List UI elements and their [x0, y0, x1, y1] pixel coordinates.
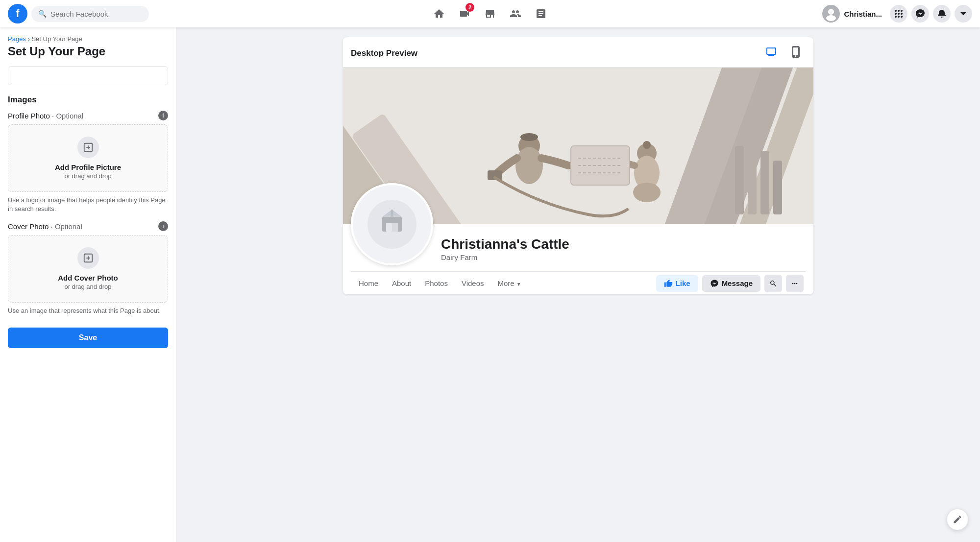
preview-card: Desktop Preview: [343, 37, 813, 294]
cover-photo-btn-label: Add Cover Photo: [16, 274, 160, 282]
apps-menu-btn[interactable]: [890, 5, 907, 23]
video-badge: 2: [466, 3, 474, 12]
message-btn-label: Message: [722, 279, 753, 287]
search-page-btn[interactable]: [764, 275, 782, 292]
profile-photo-drag-label: or drag and drop: [16, 172, 160, 180]
svg-point-3: [895, 10, 897, 12]
page-info-section: Christianna's Cattle Dairy Farm Home Abo…: [343, 224, 813, 294]
more-options-btn[interactable]: [786, 275, 804, 292]
sidebar: Pages › Set Up Your Page Set Up Your Pag…: [0, 27, 176, 542]
search-bar[interactable]: 🔍: [31, 6, 149, 22]
page-name-text: Christianna's Cattle: [441, 236, 806, 252]
profile-photo-info-icon[interactable]: i: [158, 111, 168, 120]
profile-photo-btn-label: Add Profile Picture: [16, 163, 160, 171]
svg-rect-22: [760, 151, 769, 214]
page-navigation: Home About Photos Videos More ▼ Like: [351, 272, 806, 294]
cover-photo-optional: Optional: [55, 222, 82, 231]
page-profile-area: Christianna's Cattle Dairy Farm: [351, 224, 806, 272]
page-nav-videos[interactable]: Videos: [456, 272, 490, 294]
svg-point-32: [633, 183, 661, 202]
profile-photo-upload-box[interactable]: Add Profile Picture or drag and drop: [8, 124, 168, 192]
profile-photo-optional: Optional: [56, 112, 83, 120]
nav-center: 2: [174, 2, 806, 25]
cover-photo-label-row: Cover Photo · Optional i: [8, 221, 168, 231]
breadcrumb-parent[interactable]: Pages: [8, 35, 26, 43]
breadcrumb-current: Set Up Your Page: [31, 35, 82, 43]
cover-photo-upload-box[interactable]: Add Cover Photo or drag and drop: [8, 235, 168, 303]
message-button[interactable]: Message: [702, 275, 760, 292]
user-name-label: Christian...: [844, 10, 882, 18]
cover-photo-info-icon[interactable]: i: [158, 221, 168, 231]
avatar: [822, 5, 840, 23]
page-nav-photos[interactable]: Photos: [419, 272, 454, 294]
svg-rect-20: [735, 146, 744, 214]
nav-right: Christian...: [806, 3, 972, 24]
profile-photo-helper: Use a logo or image that helps people id…: [8, 196, 168, 213]
video-nav-btn[interactable]: 2: [453, 2, 476, 25]
nav-left: f 🔍: [8, 4, 174, 24]
page-title: Set Up Your Page: [8, 45, 168, 58]
page-profile-pic: [351, 183, 433, 265]
add-profile-pic-icon: [77, 137, 99, 158]
svg-point-2: [826, 15, 836, 21]
page-name-input[interactable]: [8, 66, 168, 85]
svg-point-30: [643, 141, 651, 149]
svg-point-1: [828, 9, 834, 15]
home-nav-btn[interactable]: [427, 2, 451, 25]
preview-header: Desktop Preview: [343, 37, 813, 68]
svg-point-7: [898, 13, 900, 15]
preview-view-btns: [760, 43, 806, 63]
groups-nav-btn[interactable]: [504, 2, 527, 25]
save-button[interactable]: Save: [8, 328, 168, 348]
svg-rect-41: [392, 223, 398, 232]
pages-nav-btn[interactable]: [529, 2, 553, 25]
notifications-btn[interactable]: [933, 5, 951, 23]
more-dropdown-arrow: ▼: [516, 282, 521, 287]
cover-photo-label: Cover Photo: [8, 222, 49, 231]
cover-photo-drag-label: or drag and drop: [16, 283, 160, 290]
svg-point-5: [901, 10, 903, 12]
svg-point-4: [898, 10, 900, 12]
preview-title: Desktop Preview: [351, 48, 417, 58]
svg-rect-40: [386, 223, 392, 232]
edit-floating-button[interactable]: [947, 509, 968, 530]
images-section-title: Images: [8, 95, 168, 105]
page-nav-links: Home About Photos Videos More ▼: [353, 272, 527, 294]
preview-panel: Desktop Preview: [176, 27, 980, 542]
main-layout: Pages › Set Up Your Page Set Up Your Pag…: [0, 27, 980, 542]
search-icon: 🔍: [38, 10, 47, 18]
desktop-view-btn[interactable]: [760, 43, 782, 63]
like-btn-label: Like: [676, 279, 690, 287]
profile-photo-label: Profile Photo: [8, 112, 50, 120]
like-button[interactable]: Like: [656, 275, 698, 292]
svg-rect-23: [773, 161, 782, 214]
breadcrumb: Pages › Set Up Your Page: [8, 35, 168, 43]
svg-point-9: [895, 16, 897, 18]
user-profile-chip[interactable]: Christian...: [818, 3, 886, 24]
facebook-logo[interactable]: f: [8, 4, 27, 24]
top-navigation: f 🔍 2 Christian...: [0, 0, 980, 27]
page-nav-more[interactable]: More ▼: [492, 272, 527, 294]
add-cover-photo-icon: [77, 247, 99, 269]
svg-rect-21: [748, 156, 757, 214]
cover-photo-helper: Use an image that represents what this P…: [8, 306, 168, 315]
page-name-area: Christianna's Cattle Dairy Farm: [441, 236, 806, 265]
svg-rect-26: [522, 134, 536, 139]
svg-point-8: [901, 13, 903, 15]
svg-point-11: [901, 16, 903, 18]
svg-point-6: [895, 13, 897, 15]
page-nav-about[interactable]: About: [386, 272, 417, 294]
svg-point-10: [898, 16, 900, 18]
mobile-view-btn[interactable]: [786, 43, 806, 63]
account-dropdown-btn[interactable]: [955, 5, 972, 23]
messenger-btn[interactable]: [911, 5, 929, 23]
page-nav-actions: Like Message: [656, 275, 804, 292]
svg-point-27: [515, 147, 543, 184]
profile-photo-label-row: Profile Photo · Optional i: [8, 111, 168, 120]
page-nav-home[interactable]: Home: [353, 272, 384, 294]
page-category-text: Dairy Farm: [441, 253, 806, 261]
marketplace-nav-btn[interactable]: [478, 2, 502, 25]
search-input[interactable]: [50, 10, 129, 18]
